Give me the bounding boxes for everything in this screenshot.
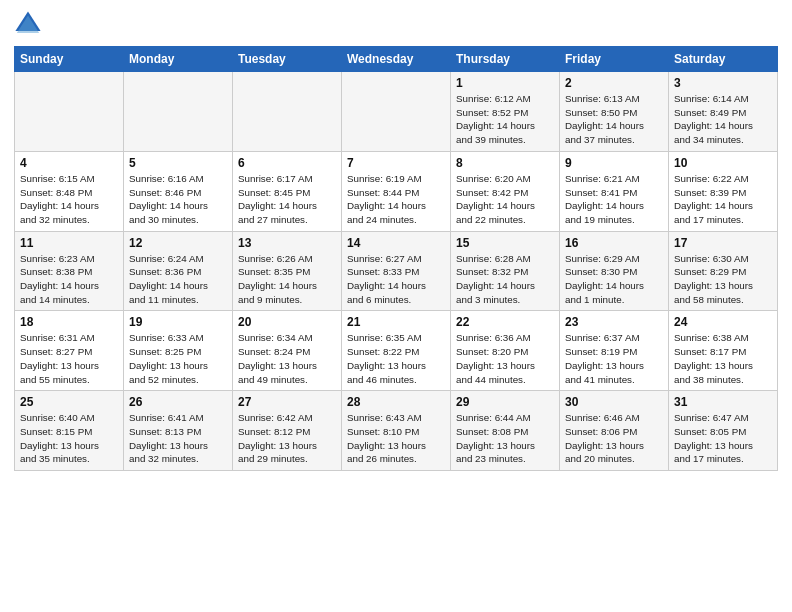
day-cell: 18Sunrise: 6:31 AM Sunset: 8:27 PM Dayli… bbox=[15, 311, 124, 391]
day-cell: 1Sunrise: 6:12 AM Sunset: 8:52 PM Daylig… bbox=[451, 72, 560, 152]
day-cell: 7Sunrise: 6:19 AM Sunset: 8:44 PM Daylig… bbox=[342, 151, 451, 231]
day-number: 16 bbox=[565, 236, 663, 250]
day-number: 5 bbox=[129, 156, 227, 170]
day-cell: 28Sunrise: 6:43 AM Sunset: 8:10 PM Dayli… bbox=[342, 391, 451, 471]
day-cell: 14Sunrise: 6:27 AM Sunset: 8:33 PM Dayli… bbox=[342, 231, 451, 311]
day-info: Sunrise: 6:28 AM Sunset: 8:32 PM Dayligh… bbox=[456, 252, 554, 307]
weekday-saturday: Saturday bbox=[669, 47, 778, 72]
day-cell: 27Sunrise: 6:42 AM Sunset: 8:12 PM Dayli… bbox=[233, 391, 342, 471]
day-number: 27 bbox=[238, 395, 336, 409]
day-info: Sunrise: 6:21 AM Sunset: 8:41 PM Dayligh… bbox=[565, 172, 663, 227]
day-cell: 5Sunrise: 6:16 AM Sunset: 8:46 PM Daylig… bbox=[124, 151, 233, 231]
day-cell: 4Sunrise: 6:15 AM Sunset: 8:48 PM Daylig… bbox=[15, 151, 124, 231]
day-cell: 19Sunrise: 6:33 AM Sunset: 8:25 PM Dayli… bbox=[124, 311, 233, 391]
day-number: 12 bbox=[129, 236, 227, 250]
day-cell: 8Sunrise: 6:20 AM Sunset: 8:42 PM Daylig… bbox=[451, 151, 560, 231]
day-info: Sunrise: 6:33 AM Sunset: 8:25 PM Dayligh… bbox=[129, 331, 227, 386]
day-number: 18 bbox=[20, 315, 118, 329]
day-cell: 12Sunrise: 6:24 AM Sunset: 8:36 PM Dayli… bbox=[124, 231, 233, 311]
day-number: 2 bbox=[565, 76, 663, 90]
day-cell: 11Sunrise: 6:23 AM Sunset: 8:38 PM Dayli… bbox=[15, 231, 124, 311]
week-row-5: 25Sunrise: 6:40 AM Sunset: 8:15 PM Dayli… bbox=[15, 391, 778, 471]
calendar-table: SundayMondayTuesdayWednesdayThursdayFrid… bbox=[14, 46, 778, 471]
weekday-monday: Monday bbox=[124, 47, 233, 72]
weekday-header-row: SundayMondayTuesdayWednesdayThursdayFrid… bbox=[15, 47, 778, 72]
day-info: Sunrise: 6:30 AM Sunset: 8:29 PM Dayligh… bbox=[674, 252, 772, 307]
day-cell: 23Sunrise: 6:37 AM Sunset: 8:19 PM Dayli… bbox=[560, 311, 669, 391]
day-info: Sunrise: 6:23 AM Sunset: 8:38 PM Dayligh… bbox=[20, 252, 118, 307]
day-cell: 21Sunrise: 6:35 AM Sunset: 8:22 PM Dayli… bbox=[342, 311, 451, 391]
day-cell bbox=[233, 72, 342, 152]
day-info: Sunrise: 6:20 AM Sunset: 8:42 PM Dayligh… bbox=[456, 172, 554, 227]
weekday-sunday: Sunday bbox=[15, 47, 124, 72]
day-cell: 26Sunrise: 6:41 AM Sunset: 8:13 PM Dayli… bbox=[124, 391, 233, 471]
day-cell: 16Sunrise: 6:29 AM Sunset: 8:30 PM Dayli… bbox=[560, 231, 669, 311]
day-number: 10 bbox=[674, 156, 772, 170]
day-info: Sunrise: 6:29 AM Sunset: 8:30 PM Dayligh… bbox=[565, 252, 663, 307]
day-number: 28 bbox=[347, 395, 445, 409]
week-row-1: 1Sunrise: 6:12 AM Sunset: 8:52 PM Daylig… bbox=[15, 72, 778, 152]
day-cell: 6Sunrise: 6:17 AM Sunset: 8:45 PM Daylig… bbox=[233, 151, 342, 231]
day-cell: 9Sunrise: 6:21 AM Sunset: 8:41 PM Daylig… bbox=[560, 151, 669, 231]
day-number: 11 bbox=[20, 236, 118, 250]
day-number: 20 bbox=[238, 315, 336, 329]
day-number: 7 bbox=[347, 156, 445, 170]
day-cell: 10Sunrise: 6:22 AM Sunset: 8:39 PM Dayli… bbox=[669, 151, 778, 231]
day-info: Sunrise: 6:12 AM Sunset: 8:52 PM Dayligh… bbox=[456, 92, 554, 147]
day-cell: 20Sunrise: 6:34 AM Sunset: 8:24 PM Dayli… bbox=[233, 311, 342, 391]
day-number: 3 bbox=[674, 76, 772, 90]
day-number: 9 bbox=[565, 156, 663, 170]
day-info: Sunrise: 6:22 AM Sunset: 8:39 PM Dayligh… bbox=[674, 172, 772, 227]
day-info: Sunrise: 6:46 AM Sunset: 8:06 PM Dayligh… bbox=[565, 411, 663, 466]
day-cell: 15Sunrise: 6:28 AM Sunset: 8:32 PM Dayli… bbox=[451, 231, 560, 311]
day-info: Sunrise: 6:44 AM Sunset: 8:08 PM Dayligh… bbox=[456, 411, 554, 466]
day-number: 6 bbox=[238, 156, 336, 170]
weekday-friday: Friday bbox=[560, 47, 669, 72]
logo-icon bbox=[14, 10, 42, 38]
day-number: 22 bbox=[456, 315, 554, 329]
day-info: Sunrise: 6:31 AM Sunset: 8:27 PM Dayligh… bbox=[20, 331, 118, 386]
weekday-wednesday: Wednesday bbox=[342, 47, 451, 72]
day-number: 24 bbox=[674, 315, 772, 329]
day-number: 4 bbox=[20, 156, 118, 170]
day-info: Sunrise: 6:43 AM Sunset: 8:10 PM Dayligh… bbox=[347, 411, 445, 466]
day-info: Sunrise: 6:15 AM Sunset: 8:48 PM Dayligh… bbox=[20, 172, 118, 227]
page-header bbox=[14, 10, 778, 38]
day-info: Sunrise: 6:26 AM Sunset: 8:35 PM Dayligh… bbox=[238, 252, 336, 307]
day-cell: 3Sunrise: 6:14 AM Sunset: 8:49 PM Daylig… bbox=[669, 72, 778, 152]
day-info: Sunrise: 6:19 AM Sunset: 8:44 PM Dayligh… bbox=[347, 172, 445, 227]
day-info: Sunrise: 6:14 AM Sunset: 8:49 PM Dayligh… bbox=[674, 92, 772, 147]
day-number: 13 bbox=[238, 236, 336, 250]
day-number: 29 bbox=[456, 395, 554, 409]
logo bbox=[14, 10, 46, 38]
page-container: SundayMondayTuesdayWednesdayThursdayFrid… bbox=[0, 0, 792, 479]
day-number: 25 bbox=[20, 395, 118, 409]
day-info: Sunrise: 6:42 AM Sunset: 8:12 PM Dayligh… bbox=[238, 411, 336, 466]
day-number: 8 bbox=[456, 156, 554, 170]
day-number: 15 bbox=[456, 236, 554, 250]
day-info: Sunrise: 6:16 AM Sunset: 8:46 PM Dayligh… bbox=[129, 172, 227, 227]
day-number: 21 bbox=[347, 315, 445, 329]
day-cell: 13Sunrise: 6:26 AM Sunset: 8:35 PM Dayli… bbox=[233, 231, 342, 311]
day-cell: 22Sunrise: 6:36 AM Sunset: 8:20 PM Dayli… bbox=[451, 311, 560, 391]
day-cell: 29Sunrise: 6:44 AM Sunset: 8:08 PM Dayli… bbox=[451, 391, 560, 471]
day-info: Sunrise: 6:37 AM Sunset: 8:19 PM Dayligh… bbox=[565, 331, 663, 386]
day-number: 19 bbox=[129, 315, 227, 329]
day-info: Sunrise: 6:41 AM Sunset: 8:13 PM Dayligh… bbox=[129, 411, 227, 466]
day-info: Sunrise: 6:13 AM Sunset: 8:50 PM Dayligh… bbox=[565, 92, 663, 147]
weekday-tuesday: Tuesday bbox=[233, 47, 342, 72]
day-number: 30 bbox=[565, 395, 663, 409]
day-cell: 24Sunrise: 6:38 AM Sunset: 8:17 PM Dayli… bbox=[669, 311, 778, 391]
week-row-4: 18Sunrise: 6:31 AM Sunset: 8:27 PM Dayli… bbox=[15, 311, 778, 391]
day-cell: 30Sunrise: 6:46 AM Sunset: 8:06 PM Dayli… bbox=[560, 391, 669, 471]
day-number: 1 bbox=[456, 76, 554, 90]
day-info: Sunrise: 6:27 AM Sunset: 8:33 PM Dayligh… bbox=[347, 252, 445, 307]
day-cell: 17Sunrise: 6:30 AM Sunset: 8:29 PM Dayli… bbox=[669, 231, 778, 311]
day-cell: 25Sunrise: 6:40 AM Sunset: 8:15 PM Dayli… bbox=[15, 391, 124, 471]
day-info: Sunrise: 6:34 AM Sunset: 8:24 PM Dayligh… bbox=[238, 331, 336, 386]
day-info: Sunrise: 6:40 AM Sunset: 8:15 PM Dayligh… bbox=[20, 411, 118, 466]
day-number: 26 bbox=[129, 395, 227, 409]
day-cell bbox=[15, 72, 124, 152]
weekday-thursday: Thursday bbox=[451, 47, 560, 72]
day-cell bbox=[124, 72, 233, 152]
